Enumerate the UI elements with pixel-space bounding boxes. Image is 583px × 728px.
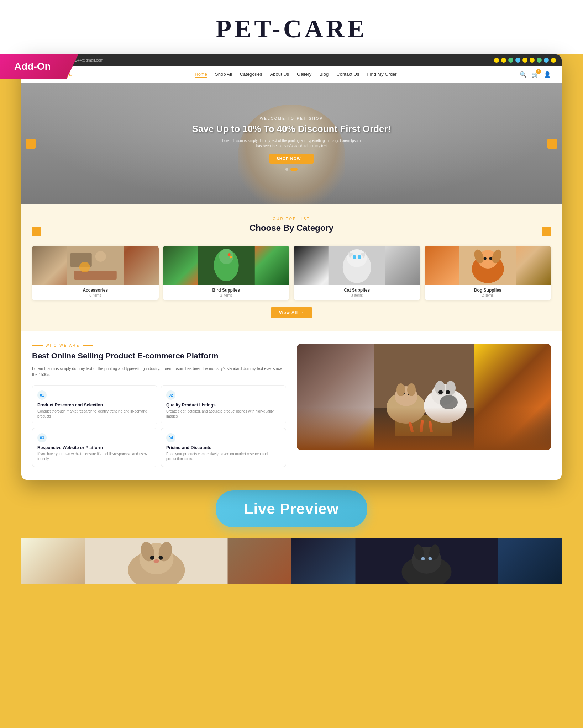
feature-num-2: 02 [166, 390, 175, 400]
svg-rect-3 [74, 271, 117, 280]
cat-count: 3 Items [296, 293, 417, 297]
dog-count: 2 Items [427, 293, 548, 297]
accessories-name: Accessories [35, 288, 156, 293]
dot-1 [494, 58, 499, 63]
dot-5 [522, 58, 527, 63]
accessories-info: Accessories 6 Items [32, 285, 159, 300]
nav-link-about[interactable]: About Us [270, 71, 289, 78]
nav-link-categories[interactable]: Categories [240, 71, 262, 78]
about-section: WHO WE ARE Best Online Selling Product E… [21, 331, 562, 480]
addon-badge: Add-On [0, 54, 78, 79]
feature-card-4: 04 Pricing and Discounts Price your prod… [161, 428, 286, 467]
page-title: PET-CARE [0, 14, 583, 44]
accessories-count: 6 Items [35, 293, 156, 297]
about-left-panel: WHO WE ARE Best Online Selling Product E… [32, 344, 286, 467]
feature-title-4: Pricing and Discounts [166, 445, 281, 450]
bird-name: Bird Supplies [166, 288, 287, 293]
svg-point-38 [446, 390, 450, 394]
feature-desc-3: If you have your own website, ensure it'… [37, 452, 152, 462]
feature-desc-1: Conduct thorough market research to iden… [37, 409, 152, 419]
feature-card-1: 01 Product Research and Selection Conduc… [32, 385, 157, 424]
svg-point-16 [358, 255, 361, 259]
hero-section: ← → WELCOME TO PET SHOP Save Up to 10% T… [21, 83, 562, 204]
bird-image [163, 246, 290, 285]
browser-topbar: 919016996697 | paperapp0244@gmail.com [21, 54, 562, 66]
bottom-image-right [292, 538, 562, 584]
hero-shop-now-button[interactable]: SHOP NOW → [269, 154, 314, 164]
feature-desc-4: Price your products competitively based … [166, 452, 281, 462]
svg-point-39 [440, 395, 458, 409]
svg-rect-42 [429, 421, 433, 433]
category-grid: Accessories 6 Items [32, 246, 551, 300]
hero-prev-arrow[interactable]: ← [26, 139, 36, 149]
category-section-title: Choose By Category [250, 223, 333, 233]
search-icon[interactable]: 🔍 [520, 71, 527, 78]
bottom-image-left [21, 538, 292, 584]
cart-icon[interactable]: 🛒 1 [532, 71, 539, 78]
feature-title-2: Quality Product Listings [166, 403, 281, 408]
about-title: Best Online Selling Product E-commerce P… [32, 351, 286, 361]
svg-rect-41 [420, 420, 424, 433]
nav-link-shop[interactable]: Shop All [215, 71, 232, 78]
svg-point-50 [154, 559, 159, 563]
feature-desc-2: Create clear, detailed, and accurate pro… [166, 409, 281, 419]
category-card-accessories[interactable]: Accessories 6 Items [32, 246, 159, 300]
hero-description: Lorem Ipsum is simply dummy text of the … [220, 138, 363, 149]
navbar-links: Home Shop All Categories About Us Galler… [195, 71, 396, 78]
hero-next-arrow[interactable]: → [547, 139, 557, 149]
dot-9 [551, 58, 556, 63]
nav-link-gallery[interactable]: Gallery [297, 71, 311, 78]
nav-link-blog[interactable]: Blog [319, 71, 329, 78]
outer-wrapper: Add-On 919016996697 | paperapp0244@gmail… [0, 54, 583, 606]
svg-point-22 [483, 257, 486, 260]
hero-dot-2[interactable] [290, 168, 298, 171]
svg-rect-40 [408, 421, 414, 432]
nav-link-findorder[interactable]: Find My Order [367, 71, 397, 78]
nav-link-contact[interactable]: Contact Us [336, 71, 359, 78]
dot-4 [515, 58, 520, 63]
about-tag: WHO WE ARE [32, 344, 286, 347]
accessories-image [32, 246, 159, 285]
svg-rect-2 [95, 251, 106, 262]
feature-num-3: 03 [37, 433, 47, 442]
feature-num-4: 04 [166, 433, 175, 442]
category-prev-arrow[interactable]: ← [32, 227, 41, 236]
dot-3 [508, 58, 513, 63]
svg-point-31 [396, 383, 405, 396]
category-tag: OUR TOP LIST [32, 217, 551, 221]
svg-point-32 [407, 383, 416, 396]
dot-7 [537, 58, 542, 63]
dog-image [425, 246, 551, 285]
cat-name: Cat Supplies [296, 288, 417, 293]
svg-point-49 [159, 556, 163, 560]
hero-title: Save Up to 10% To 40% Discount First Ord… [192, 123, 391, 134]
hero-dot-1[interactable] [285, 168, 288, 171]
hero-subtitle: WELCOME TO PET SHOP [192, 117, 391, 121]
user-icon[interactable]: 👤 [544, 71, 551, 78]
about-description: Lorem Ipsum is simply dummy text of the … [32, 366, 286, 378]
svg-point-23 [489, 257, 492, 260]
svg-point-57 [429, 557, 432, 560]
svg-rect-26 [395, 415, 452, 436]
bottom-image-strip [21, 538, 562, 584]
cart-badge: 1 [536, 69, 541, 74]
category-next-arrow[interactable]: → [542, 227, 551, 236]
feature-card-3: 03 Responsive Website or Platform If you… [32, 428, 157, 467]
features-grid: 01 Product Research and Selection Conduc… [32, 385, 286, 467]
feature-card-2: 02 Quality Product Listings Create clear… [161, 385, 286, 424]
nav-link-home[interactable]: Home [195, 71, 207, 78]
live-preview-button[interactable]: Live Preview [216, 490, 367, 527]
svg-point-48 [150, 556, 154, 560]
navbar: B Petshop. Home Shop All Categories Abou… [21, 66, 562, 83]
cat-info: Cat Supplies 3 Items [294, 285, 420, 300]
browser-mockup: 919016996697 | paperapp0244@gmail.com B … [21, 54, 562, 480]
category-card-bird[interactable]: Bird Supplies 2 Items [163, 246, 290, 300]
category-card-cat[interactable]: Cat Supplies 3 Items [294, 246, 420, 300]
browser-dots [494, 58, 556, 63]
dot-8 [544, 58, 549, 63]
bird-count: 2 Items [166, 293, 287, 297]
svg-point-56 [421, 557, 425, 560]
view-all-button[interactable]: View All → [271, 307, 313, 318]
category-section: OUR TOP LIST ← Choose By Category → [21, 204, 562, 331]
category-card-dog[interactable]: Dog Supplies 2 Items [425, 246, 551, 300]
